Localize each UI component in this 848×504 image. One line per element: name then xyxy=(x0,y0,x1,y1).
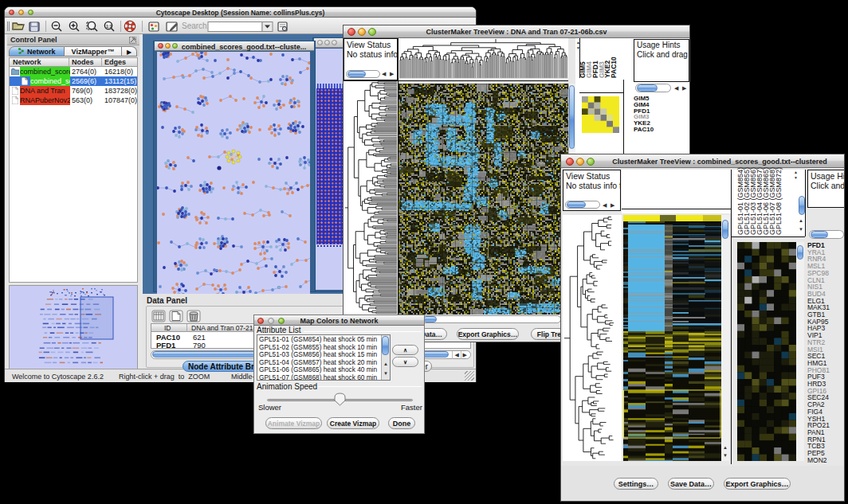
svg-text:1:1: 1:1 xyxy=(106,24,112,29)
svg-text:Search:: Search: xyxy=(182,21,209,30)
